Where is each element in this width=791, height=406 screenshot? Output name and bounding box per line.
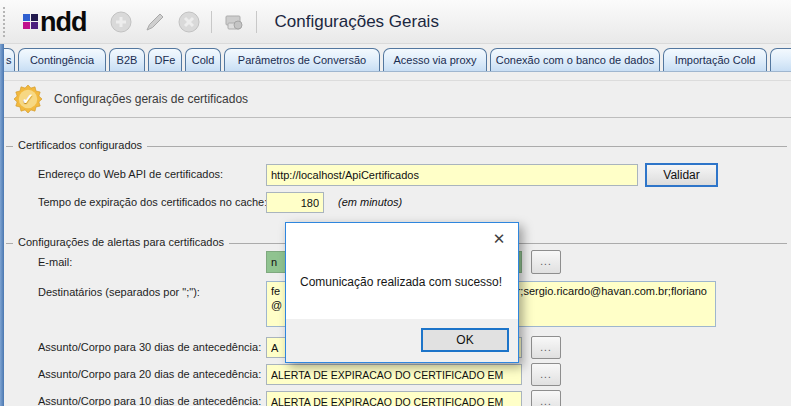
- close-icon[interactable]: ✕: [488, 229, 510, 249]
- dialog-message: Comunicação realizada com sucesso!: [300, 275, 502, 289]
- export-icon[interactable]: [221, 9, 247, 35]
- dialog-footer: OK: [286, 319, 518, 362]
- destinatarios-text-line2: @: [271, 299, 282, 311]
- section-header: ✓ Configurações gerais de certificados: [0, 80, 791, 118]
- destinatarios-label: Destinatários (separados por ";"):: [38, 286, 200, 298]
- toolbar-separator: [256, 11, 257, 33]
- tab-dfe[interactable]: DFe: [148, 48, 182, 71]
- assunto10-browse-button[interactable]: ...: [531, 390, 561, 406]
- certificate-seal-icon: ✓: [14, 85, 42, 113]
- tab-cold[interactable]: Cold: [185, 48, 221, 71]
- tab-parametros-conversao[interactable]: Parâmetros de Conversão: [224, 48, 380, 71]
- tab-importacao-cold[interactable]: Importação Cold: [663, 48, 767, 71]
- message-dialog: ✕ Comunicação realizada com sucesso! OK: [285, 222, 519, 363]
- section-title: Configurações gerais de certificados: [54, 92, 248, 106]
- webapi-label: Endereço do Web API de certificados:: [38, 168, 223, 180]
- assunto10-input[interactable]: [266, 391, 522, 406]
- group-certificados: Certificados configurados: [6, 146, 787, 147]
- assunto20-label: Assunto/Corpo para 20 dias de antecedênc…: [38, 368, 261, 380]
- edit-pencil-icon[interactable]: [142, 9, 168, 35]
- cache-input[interactable]: [266, 192, 324, 213]
- group-alertas-legend: Configurações de alertas para certificad…: [13, 236, 229, 248]
- assunto20-browse-button[interactable]: ...: [531, 363, 561, 386]
- assunto30-label: Assunto/Corpo para 30 dias de antecedênc…: [38, 341, 261, 353]
- email-label: E-mail:: [38, 256, 72, 268]
- toolbar: ndd Configurações Gerais: [0, 0, 791, 44]
- logo-text: ndd: [40, 9, 86, 35]
- assunto20-input[interactable]: [266, 364, 522, 385]
- add-icon[interactable]: [108, 9, 134, 35]
- page-title: Configurações Gerais: [274, 12, 438, 32]
- ok-button[interactable]: OK: [421, 328, 509, 352]
- tab-conexao-banco[interactable]: Conexão com o banco de dados: [490, 48, 660, 71]
- webapi-input[interactable]: [266, 164, 638, 186]
- tab-acesso-proxy[interactable]: Acesso via proxy: [383, 48, 487, 71]
- toolbar-separator: [211, 11, 212, 33]
- cache-label: Tempo de expiração dos certificados no c…: [38, 196, 267, 208]
- email-browse-button[interactable]: ...: [531, 250, 561, 274]
- cancel-icon[interactable]: [176, 9, 202, 35]
- group-certificados-legend: Certificados configurados: [13, 139, 147, 151]
- assunto30-browse-button[interactable]: ...: [531, 336, 561, 359]
- ndd-logo-icon: [23, 14, 38, 29]
- validar-button[interactable]: Validar: [645, 163, 718, 187]
- assunto10-label: Assunto/Corpo para 10 dias de antecedênc…: [38, 395, 261, 406]
- destinatarios-text-right: r;sergio.ricardo@havan.com.br;floriano: [517, 285, 707, 297]
- app-logo: ndd: [23, 9, 86, 35]
- destinatarios-text-left: fe: [271, 285, 280, 297]
- toolbar-grip[interactable]: [3, 7, 5, 37]
- window-left-edge: [0, 44, 4, 406]
- tab-bar: s Contingência B2B DFe Cold Parâmetros d…: [0, 48, 791, 71]
- tab-partial-right[interactable]: Impr: [770, 48, 791, 71]
- cache-suffix: (em minutos): [338, 196, 402, 208]
- tabbar-baseline: [0, 71, 791, 72]
- tab-b2b[interactable]: B2B: [109, 48, 145, 71]
- tab-contingencia[interactable]: Contingência: [18, 48, 106, 71]
